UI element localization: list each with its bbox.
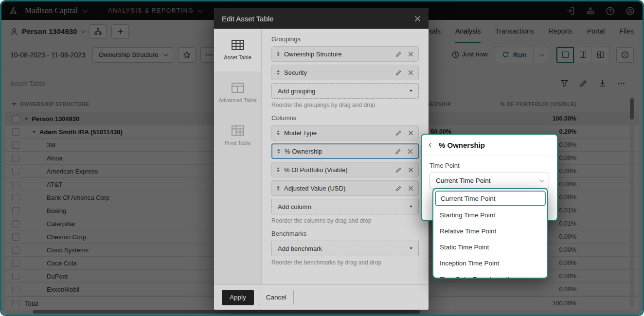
app-viewport: Madison Capital ANALYSIS & REPORTING: [1, 1, 643, 315]
caret-down-icon: [410, 206, 412, 208]
time-point-select[interactable]: Current Time Point: [429, 173, 549, 189]
groupings-helper: Reorder the groupings by drag and drop: [271, 102, 419, 108]
add-column-button[interactable]: Add column: [271, 199, 419, 214]
modal-title: Edit Asset Table: [222, 15, 273, 23]
columns-label: Columns: [271, 114, 419, 122]
modal-main: Groupings Ownership Structure Security: [262, 29, 429, 284]
columns-helper: Reorder the columns by drag and drop: [271, 217, 419, 224]
popover-title: % Ownership: [439, 141, 485, 149]
pivot-table-icon: [232, 125, 244, 136]
chevron-down-icon: [539, 177, 544, 182]
benchmarks-label: Benchmarks: [271, 230, 419, 237]
close-icon[interactable]: [414, 16, 421, 22]
remove-field-icon[interactable]: [408, 186, 413, 191]
dropdown-option[interactable]: Inception Time Point: [433, 255, 547, 271]
field-row[interactable]: % Of Portfolio (Visible): [271, 162, 419, 177]
time-point-select-value: Current Time Point: [436, 177, 491, 184]
field-row[interactable]: Adjusted Value (USD): [271, 180, 419, 196]
field-label: % Ownership: [285, 148, 322, 155]
edit-field-icon[interactable]: [395, 70, 402, 76]
tab-label: Advanced Table: [218, 97, 256, 103]
apply-button[interactable]: Apply: [222, 290, 254, 305]
app-window: Madison Capital ANALYSIS & REPORTING: [0, 0, 644, 316]
field-row[interactable]: Ownership Structure: [271, 46, 419, 62]
remove-field-icon[interactable]: [408, 52, 413, 57]
add-grouping-label: Add grouping: [278, 88, 315, 95]
back-icon[interactable]: [429, 143, 434, 148]
drag-handle-icon[interactable]: [277, 70, 280, 75]
drag-handle-icon[interactable]: [277, 186, 280, 191]
add-benchmark-button[interactable]: Add benchmark: [271, 241, 419, 256]
edit-field-icon[interactable]: [395, 167, 402, 173]
edit-field-icon[interactable]: [395, 51, 402, 57]
asset-table-icon: [232, 40, 244, 50]
tab-asset-table[interactable]: Asset Table: [214, 29, 261, 71]
tab-pivot-table[interactable]: Pivot Table: [214, 114, 261, 157]
field-label: Model Type: [284, 129, 317, 137]
edit-field-icon[interactable]: [395, 148, 401, 155]
field-row[interactable]: Model Type: [271, 125, 419, 140]
edit-field-icon[interactable]: [395, 130, 402, 136]
modal-footer: Apply Cancel: [214, 284, 429, 310]
remove-field-icon[interactable]: [408, 149, 413, 154]
field-label: Security: [284, 69, 307, 76]
tab-label: Pivot Table: [225, 140, 251, 146]
field-label: Adjusted Value (USD): [284, 185, 345, 192]
dropdown-option[interactable]: Static Time Point: [433, 239, 547, 255]
tab-label: Asset Table: [224, 54, 251, 60]
groupings-label: Groupings: [271, 35, 419, 43]
modal-header: Edit Asset Table: [214, 8, 429, 29]
caret-down-icon: [410, 90, 412, 92]
modal-sidebar: Asset Table Advanced Table Pivot Table: [214, 29, 262, 284]
field-label: Ownership Structure: [284, 51, 342, 58]
benchmarks-helper: Reorder the benchmarks by drag and drop: [271, 259, 419, 266]
remove-field-icon[interactable]: [408, 130, 413, 136]
advanced-table-icon: [232, 83, 244, 93]
remove-field-icon[interactable]: [408, 70, 413, 75]
drag-handle-icon[interactable]: [277, 149, 280, 154]
drag-handle-icon[interactable]: [277, 130, 280, 135]
cancel-button[interactable]: Cancel: [259, 290, 294, 305]
time-point-label: Time Point: [429, 162, 549, 169]
remove-field-icon[interactable]: [408, 167, 413, 173]
dropdown-option[interactable]: Starting Time Point: [433, 207, 547, 223]
add-benchmark-label: Add benchmark: [278, 245, 322, 252]
field-row[interactable]: % Ownership: [271, 143, 419, 159]
drag-handle-icon[interactable]: [277, 167, 280, 172]
dropdown-option[interactable]: Current Time Point: [435, 191, 546, 206]
edit-asset-table-modal: Edit Asset Table Asset Table Advanced Ta…: [214, 8, 429, 310]
caret-down-icon: [410, 247, 412, 249]
drag-handle-icon[interactable]: [277, 52, 280, 56]
add-grouping-button[interactable]: Add grouping: [271, 83, 419, 99]
tab-advanced-table[interactable]: Advanced Table: [214, 71, 261, 114]
dropdown-option[interactable]: Time Point From Inception: [433, 271, 547, 279]
field-row[interactable]: Security: [271, 65, 419, 80]
time-point-dropdown: Current Time PointStarting Time PointRel…: [432, 188, 548, 279]
field-label: % Of Portfolio (Visible): [284, 166, 348, 174]
dropdown-option[interactable]: Relative Time Point: [433, 223, 547, 239]
edit-field-icon[interactable]: [395, 185, 402, 192]
add-column-label: Add column: [278, 203, 311, 211]
